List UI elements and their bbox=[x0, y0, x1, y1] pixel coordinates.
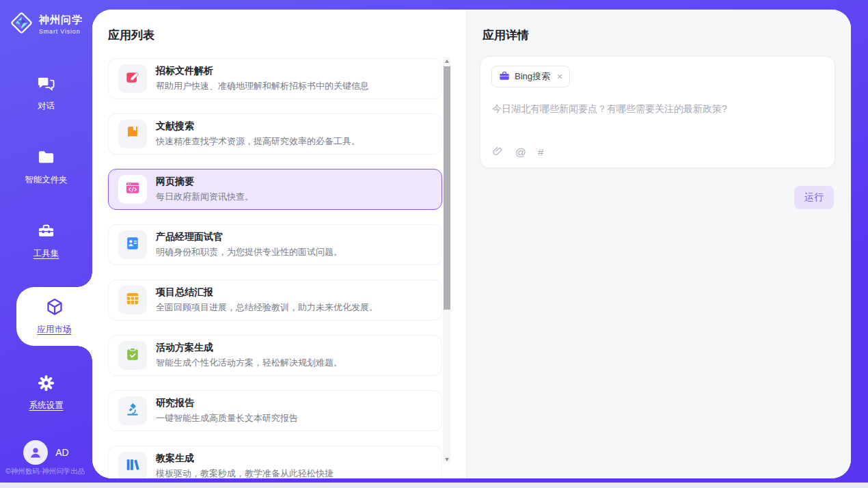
tool-tag-label: Bing搜索 bbox=[515, 70, 550, 83]
app-card-研究报告[interactable]: 研究报告 一键智能生成高质量长文本研究报告 bbox=[108, 390, 442, 431]
sidebar-item-工具集[interactable]: 工具集 bbox=[0, 224, 92, 257]
copyright-footer: ©神州数码·神州问学出品 bbox=[5, 467, 85, 476]
user-avatar-icon bbox=[23, 440, 48, 465]
app-card-产品经理面试官[interactable]: 产品经理面试官 明确身份和职责，为您提供专业性的面试问题。 bbox=[108, 224, 442, 265]
prompt-toolbar: @# bbox=[492, 146, 543, 159]
sidebar-item-对话[interactable]: 对话 bbox=[0, 77, 92, 109]
brand-subtitle: Smart Vision bbox=[39, 28, 83, 35]
app-card-list: 招标文件解析 帮助用户快速、准确地理解和解析招标书中的关键信息 文献搜索 快速精… bbox=[108, 58, 442, 478]
sidebar-item-智能文件夹[interactable]: 智能文件夹 bbox=[0, 150, 92, 183]
prompt-card[interactable]: Bing搜索 × 今日湖北有哪些新闻要点？有哪些需要关注的最新政策? @# bbox=[480, 56, 835, 168]
briefcase-icon bbox=[499, 70, 510, 83]
toolbox-icon bbox=[37, 222, 55, 243]
edit-document-icon bbox=[125, 70, 140, 87]
scrollbar-thumb[interactable] bbox=[444, 66, 450, 310]
tool-tag-bing-search[interactable]: Bing搜索 × bbox=[491, 66, 570, 87]
folder-icon bbox=[37, 148, 55, 170]
user-initials: AD bbox=[55, 447, 68, 458]
mention-icon[interactable]: @ bbox=[515, 147, 526, 158]
app-card-网页摘要[interactable]: 网页摘要 每日政府新闻资讯快查。 bbox=[108, 169, 442, 210]
sidebar: 神州问学 Smart Vision 对话 智能文件夹 工具集 应用市场 bbox=[0, 0, 92, 483]
app-detail-title: 应用详情 bbox=[483, 27, 529, 43]
app-card-项目总结汇报[interactable]: 项目总结汇报 全面回顾项目进展，总结经验教训，助力未来优化发展。 bbox=[108, 280, 442, 321]
app-detail-panel: 应用详情 Bing搜索 × 今日湖北有哪些新闻要点？有哪些需要关注的最新政策? … bbox=[466, 10, 851, 478]
content-area: 应用列表 招标文件解析 帮助用户快速、准确地理解和解析招标书中的关键信息 文献搜… bbox=[92, 10, 851, 478]
books-icon bbox=[125, 457, 140, 475]
scrollbar-down-arrow-icon[interactable] bbox=[443, 455, 450, 463]
report-icon bbox=[125, 291, 140, 309]
app-card-教案生成[interactable]: 教案生成 模板驱动，教案秒成，教学准备从此轻松快捷 bbox=[108, 446, 442, 478]
prompt-text[interactable]: 今日湖北有哪些新闻要点？有哪些需要关注的最新政策? bbox=[492, 103, 824, 116]
sidebar-item-系统设置[interactable]: 系统设置 bbox=[0, 376, 92, 409]
close-icon[interactable]: × bbox=[557, 72, 562, 81]
app-card-活动方案生成[interactable]: 活动方案生成 智能生成个性化活动方案，轻松解决规划难题。 bbox=[108, 335, 442, 376]
app-list-title: 应用列表 bbox=[108, 27, 154, 43]
attachment-icon[interactable] bbox=[492, 146, 504, 159]
webpage-icon bbox=[125, 180, 140, 198]
brand-name: 神州问学 bbox=[39, 14, 83, 27]
user-profile[interactable]: AD bbox=[0, 440, 92, 465]
clipboard-check-icon bbox=[125, 347, 140, 364]
scrollbar-up-arrow-icon[interactable] bbox=[443, 57, 450, 65]
app-card-文献搜索[interactable]: 文献搜索 快速精准查找学术资源，提高研究效率的必备工具。 bbox=[108, 113, 442, 154]
sidebar-nav: 对话 智能文件夹 工具集 应用市场 系统设置 bbox=[0, 77, 92, 450]
research-icon bbox=[125, 402, 140, 420]
interviewer-icon bbox=[125, 236, 140, 254]
hash-icon[interactable]: # bbox=[538, 147, 544, 158]
brand-diamond-icon bbox=[9, 10, 34, 38]
chat-icon bbox=[37, 74, 55, 96]
cube-icon bbox=[45, 297, 64, 319]
app-list-panel: 应用列表 招标文件解析 帮助用户快速、准确地理解和解析招标书中的关键信息 文献搜… bbox=[92, 10, 466, 478]
book-icon bbox=[125, 125, 140, 143]
brand-logo: 神州问学 Smart Vision bbox=[9, 10, 83, 38]
app-list-scrollbar[interactable] bbox=[443, 57, 450, 463]
app-card-招标文件解析[interactable]: 招标文件解析 帮助用户快速、准确地理解和解析招标书中的关键信息 bbox=[108, 58, 442, 99]
run-button[interactable]: 运行 bbox=[794, 186, 834, 209]
gear-icon bbox=[37, 374, 55, 395]
sidebar-item-应用市场[interactable]: 应用市场 bbox=[16, 287, 92, 346]
